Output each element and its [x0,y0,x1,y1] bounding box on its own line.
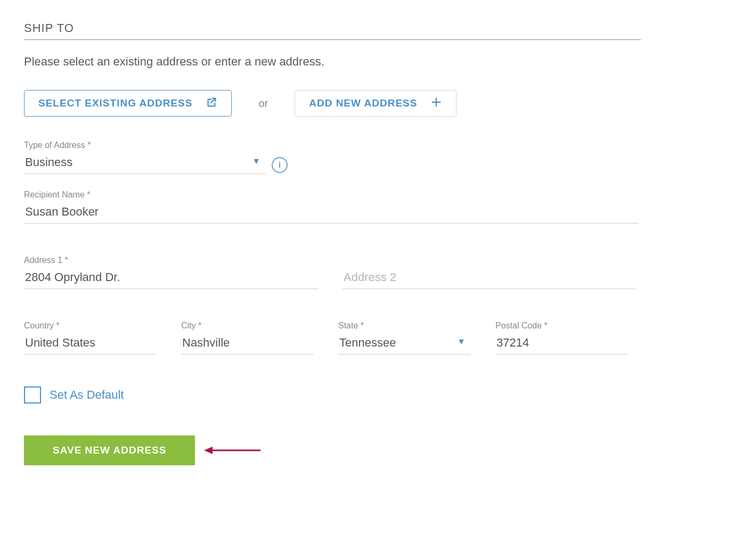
external-link-icon [206,96,217,111]
add-new-address-button[interactable]: ADD NEW ADDRESS [295,90,456,117]
svg-marker-3 [204,447,213,454]
city-label: City * [181,321,312,331]
city-input[interactable] [181,334,314,355]
country-label: Country * [24,321,154,331]
country-input[interactable] [24,334,157,355]
instruction-text: Please select an existing address or ent… [24,55,710,69]
recipient-name-label: Recipient Name * [24,190,637,200]
section-divider [24,39,641,40]
add-new-label: ADD NEW ADDRESS [309,97,417,109]
address2-field [342,256,634,289]
plus-icon [430,96,442,111]
state-label: State * [338,321,469,331]
address2-label [342,256,634,265]
set-as-default-label[interactable]: Set As Default [50,388,124,402]
recipient-name-field: Recipient Name * [24,190,706,224]
address2-input[interactable] [342,268,637,289]
type-of-address-label: Type of Address * [24,141,264,150]
annotation-arrow-icon [203,444,262,457]
address1-label: Address 1 * [24,256,316,265]
address1-field: Address 1 * [24,256,316,289]
or-separator: or [258,97,268,110]
country-field: Country * [24,321,154,355]
info-icon[interactable]: i [272,157,288,173]
type-of-address-select[interactable] [24,153,266,174]
city-field: City * [181,321,312,355]
state-select[interactable] [338,334,471,355]
select-existing-label: SELECT EXISTING ADDRESS [38,97,192,109]
set-as-default-checkbox[interactable] [24,386,41,403]
address-choice-row: SELECT EXISTING ADDRESS or ADD NEW ADDRE… [24,90,710,117]
recipient-name-input[interactable] [24,203,639,224]
state-field: State * ▼ [338,321,469,355]
address1-input[interactable] [24,268,318,289]
section-title: SHIP TO [24,21,710,35]
type-of-address-field: Type of Address * ▼ [24,141,264,174]
select-existing-address-button[interactable]: SELECT EXISTING ADDRESS [24,90,232,117]
save-new-address-button[interactable]: SAVE NEW ADDRESS [24,435,195,465]
postal-input[interactable] [495,334,628,355]
postal-label: Postal Code * [495,321,626,331]
postal-field: Postal Code * [495,321,626,355]
